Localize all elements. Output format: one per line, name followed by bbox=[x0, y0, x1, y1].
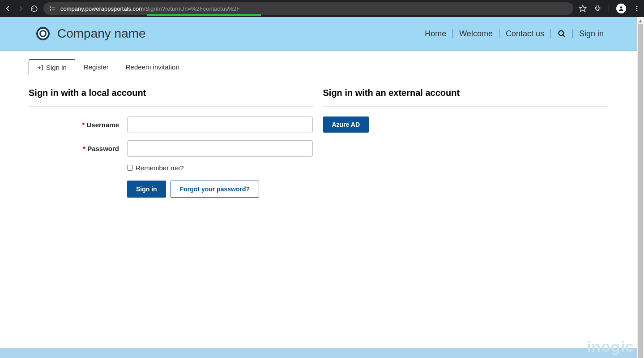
nav-sign-in[interactable]: Sign in bbox=[573, 29, 610, 39]
svg-line-14 bbox=[563, 35, 565, 37]
tab-sign-in-label: Sign in bbox=[46, 64, 67, 71]
local-signin-section: Sign in with a local account *Username *… bbox=[29, 88, 314, 205]
svg-point-5 bbox=[620, 6, 623, 9]
back-icon[interactable] bbox=[4, 4, 12, 13]
svg-point-7 bbox=[636, 8, 638, 9]
forgot-password-button[interactable]: Forgot your password? bbox=[171, 181, 259, 198]
main-nav: Home Welcome Contact us Sign in bbox=[418, 29, 610, 39]
scroll-up-arrow-icon[interactable]: ▲ bbox=[637, 17, 644, 24]
password-input[interactable] bbox=[127, 140, 313, 157]
bookmark-star-icon[interactable] bbox=[579, 4, 587, 13]
reload-icon[interactable] bbox=[30, 5, 38, 13]
brand-name: Company name bbox=[57, 26, 146, 41]
address-bar[interactable]: company.powerappsportals.com/SignIn?retu… bbox=[43, 2, 573, 15]
nav-home[interactable]: Home bbox=[418, 29, 453, 39]
external-heading: Sign in with an external account bbox=[323, 88, 609, 107]
scrollbar-thumb[interactable] bbox=[638, 24, 643, 358]
svg-point-6 bbox=[636, 6, 638, 7]
svg-rect-1 bbox=[52, 7, 55, 8]
url-text: company.powerappsportals.com/SignIn?retu… bbox=[60, 5, 240, 12]
nav-welcome[interactable]: Welcome bbox=[453, 29, 499, 39]
tab-register[interactable]: Register bbox=[75, 59, 117, 75]
username-input[interactable] bbox=[127, 116, 313, 133]
password-label: *Password bbox=[29, 145, 127, 152]
svg-point-0 bbox=[50, 6, 51, 8]
auth-tabs: Sign in Register Redeem invitation bbox=[29, 59, 608, 75]
brand-logo-icon bbox=[36, 26, 50, 41]
nav-contact-us[interactable]: Contact us bbox=[499, 29, 551, 39]
brand[interactable]: Company name bbox=[36, 26, 146, 41]
svg-point-8 bbox=[636, 10, 638, 11]
svg-point-12 bbox=[41, 31, 45, 36]
site-info-icon[interactable] bbox=[49, 5, 56, 12]
remember-me-label[interactable]: Remember me? bbox=[127, 164, 313, 172]
local-heading: Sign in with a local account bbox=[29, 88, 314, 107]
svg-marker-4 bbox=[580, 5, 586, 12]
main-content: Sign in Register Redeem invitation Sign … bbox=[0, 51, 637, 223]
site-header: Company name Home Welcome Contact us Sig… bbox=[0, 17, 637, 51]
external-signin-section: Sign in with an external account Azure A… bbox=[323, 88, 609, 205]
signin-arrow-icon bbox=[37, 65, 43, 71]
tab-sign-in[interactable]: Sign in bbox=[29, 59, 75, 75]
forward-icon[interactable] bbox=[17, 4, 25, 13]
toolbar-separator bbox=[609, 4, 609, 13]
browser-toolbar: company.powerappsportals.com/SignIn?retu… bbox=[0, 0, 644, 17]
footer-band bbox=[0, 348, 637, 358]
kebab-menu-icon[interactable] bbox=[633, 5, 640, 12]
nav-search-icon[interactable] bbox=[551, 29, 573, 38]
extensions-icon[interactable] bbox=[594, 5, 601, 13]
username-label: *Username bbox=[29, 121, 127, 129]
azure-ad-button[interactable]: Azure AD bbox=[323, 116, 369, 133]
vertical-scrollbar[interactable]: ▲ ▼ bbox=[637, 17, 644, 358]
url-highlight-underline bbox=[147, 14, 261, 16]
tab-redeem-label: Redeem invitation bbox=[126, 63, 179, 71]
sign-in-button[interactable]: Sign in bbox=[127, 181, 166, 198]
tab-register-label: Register bbox=[84, 63, 109, 71]
remember-me-checkbox[interactable] bbox=[127, 165, 133, 171]
profile-avatar-icon[interactable] bbox=[616, 4, 626, 13]
svg-rect-3 bbox=[52, 9, 55, 10]
svg-point-2 bbox=[50, 9, 51, 11]
tab-redeem-invitation[interactable]: Redeem invitation bbox=[117, 59, 188, 75]
